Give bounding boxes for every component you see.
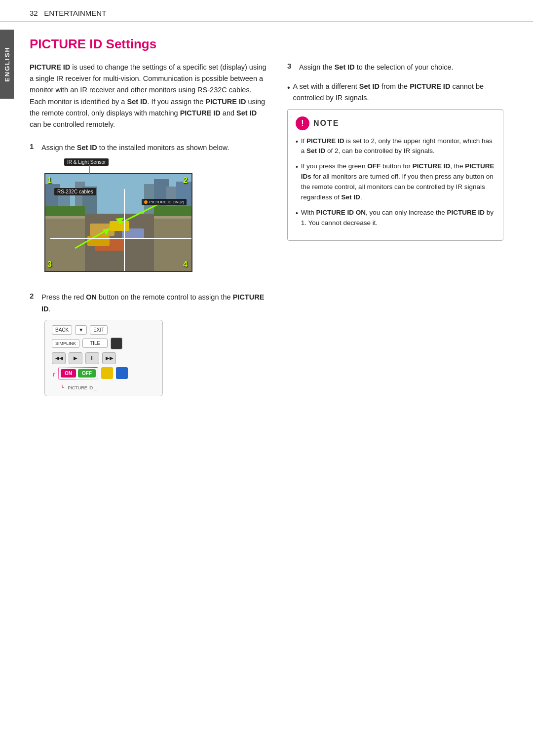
note-bullet-2: • [296,162,298,203]
section-label: ENTERTAINMENT [44,9,106,17]
step-1: 1 Assign the Set ID to the installed mon… [30,142,267,277]
remote-row-1: BACK ▼ EXIT [52,325,155,335]
step-3-number: 3 [287,62,295,70]
rewind-button[interactable]: ◀◀ [52,352,66,364]
note-bullet-3: • [296,208,298,228]
picture-id-label-row: ╰ PICTURE ID _ [61,382,155,391]
blue-button[interactable] [116,367,128,379]
quad-number-3: 3 [47,260,52,269]
content-area: PICTURE ID Settings PICTURE ID is used t… [0,22,533,422]
note-bullet-1: • [296,137,298,157]
page-title: PICTURE ID Settings [30,37,503,52]
page-number: 32 [30,9,38,17]
note-box: ! NOTE • If PICTURE ID is set to 2, only… [287,109,503,241]
ir-arrow [89,165,90,175]
step-1-header: 1 Assign the Set ID to the installed mon… [30,142,267,153]
note-item-2-text: If you press the green OFF button for PI… [301,161,495,203]
bullet-item-1: • A set with a different Set ID from the… [287,81,503,104]
bullet-dot-1: • [287,81,290,104]
step-2-text: Press the red ON button on the remote co… [41,292,267,314]
pause-button[interactable]: II [85,352,99,364]
svg-rect-19 [87,236,110,246]
ir-label: IR & Light Sensor [64,158,109,166]
on-button[interactable]: ON [61,369,76,378]
quad-number-1: 1 [47,176,52,185]
exit-button[interactable]: EXIT [90,325,108,335]
step-3-text: Assign the Set ID to the selection of yo… [299,62,454,73]
svg-rect-14 [154,206,192,216]
monitor-diagram: IR & Light Sensor RS-232C cables [39,158,197,277]
note-item-3: • With PICTURE ID ON, you can only incre… [296,208,495,228]
back-button[interactable]: BACK [52,325,72,335]
step-2: 2 Press the red ON button on the remote … [30,292,267,396]
step-2-number: 2 [30,292,38,300]
note-title: NOTE [313,119,339,128]
pic-id-overlay-text: PICTURE ID ON [2] [149,200,184,204]
note-item-2: • If you press the green OFF button for … [296,161,495,203]
quad-number-4: 4 [183,260,188,269]
two-column-layout: PICTURE ID is used to change the setting… [30,62,503,407]
remote-row-2: SIMPLINK TILE [52,338,155,349]
remote-control-diagram: BACK ▼ EXIT SIMPLINK TILE ◀◀ ▶ II [44,320,163,396]
down-button[interactable]: ▼ [75,325,87,335]
note-item-1-text: If PICTURE ID is set to 2, only the uppe… [301,136,495,157]
step-1-text: Assign the Set ID to the installed monit… [41,142,229,153]
remote-row-3: ◀◀ ▶ II ▶▶ [52,352,155,364]
step-1-number: 1 [30,142,38,151]
picture-id-remote-label: PICTURE ID _ [68,385,97,390]
off-button[interactable]: OFF [78,369,96,378]
play-button[interactable]: ▶ [69,352,82,364]
tile-button[interactable]: TILE [82,339,108,348]
note-icon: ! [296,116,309,130]
bracket-left: ╭ [52,370,55,377]
yellow-button[interactable] [101,367,113,379]
simplink-button[interactable]: SIMPLINK [52,339,79,348]
fast-forward-button[interactable]: ▶▶ [102,352,116,364]
step-3-header: 3 Assign the Set ID to the selection of … [287,62,503,73]
on-off-group: ON OFF [58,367,98,379]
note-item-3-text: With PICTURE ID ON, you can only increas… [301,208,495,228]
svg-rect-13 [45,206,85,216]
language-tab: ENGLISH [0,30,14,99]
note-icon-label: ! [301,119,304,128]
bracket-curve: ╰ [61,385,64,390]
left-column: PICTURE ID is used to change the setting… [30,62,267,407]
remote-row-4: ╭ ON OFF [52,367,155,379]
page-header: 32 ENTERTAINMENT [0,0,533,22]
black-square-button[interactable] [111,338,122,349]
intro-paragraph: PICTURE ID is used to change the setting… [30,62,267,130]
bullet-text-1: A set with a different Set ID from the P… [293,81,503,104]
note-item-1: • If PICTURE ID is set to 2, only the up… [296,136,495,157]
step-2-header: 2 Press the red ON button on the remote … [30,292,267,314]
language-label: ENGLISH [3,46,11,82]
right-column: 3 Assign the Set ID to the selection of … [287,62,503,407]
quad-number-2: 2 [183,176,188,185]
pic-id-dot [144,200,148,204]
pic-id-overlay: PICTURE ID ON [2] [142,199,187,205]
step-3: 3 Assign the Set ID to the selection of … [287,62,503,73]
note-header: ! NOTE [296,116,495,130]
rs232-label: RS-232C cables [54,188,96,195]
